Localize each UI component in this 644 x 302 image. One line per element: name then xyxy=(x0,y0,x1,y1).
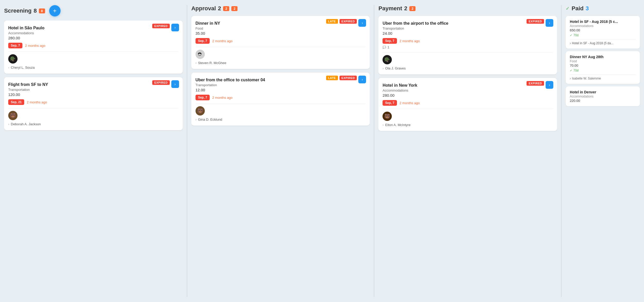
payment-count: 2 xyxy=(404,5,407,12)
card-2-arrow-button[interactable]: › xyxy=(171,80,179,88)
card-2-date-row: Sep, 21 2 months ago xyxy=(8,99,179,105)
screening-title: Screening xyxy=(4,7,31,14)
card-3-arrow-button[interactable]: › xyxy=(358,19,366,27)
expired-tag-2: EXPIRED xyxy=(152,80,170,85)
card-6-person: › Elton A. McIntyre xyxy=(383,123,553,127)
card-4-date-row: Sep, 7 2 months ago xyxy=(196,95,366,100)
card-3-amount: 35.00 xyxy=(196,31,366,35)
paid-item-3-title: Hotel in Denver xyxy=(570,90,636,94)
card-6-amount: 280.00 xyxy=(383,93,553,97)
expired-tag-4: EXPIRED xyxy=(340,76,357,80)
paid-item-2-days-value: 70d xyxy=(573,69,579,72)
card-1-person-name: Cheryl L. Souza xyxy=(11,66,35,69)
paid-item-2-divider xyxy=(570,74,636,75)
card-4-category: Transportation xyxy=(196,83,366,87)
card-1-amount: 280.00 xyxy=(8,36,179,40)
card-6-person-name: Elton A. McIntyre xyxy=(385,123,410,127)
card-2-divider xyxy=(8,108,179,108)
card-4-badges: LATE EXPIRED xyxy=(326,76,357,80)
card-flight-sf-ny: EXPIRED › Flight from SF to NY Transport… xyxy=(4,77,183,130)
expired-tag: EXPIRED xyxy=(152,24,170,28)
approval-badge-2: 2 xyxy=(231,6,238,11)
card-3-category: Food xyxy=(196,26,366,30)
card-6-category: Accommodations xyxy=(383,88,553,92)
card-6-date-row: Sep, 7 2 months ago xyxy=(383,100,553,106)
column-payment-header: Payment 2 2 xyxy=(378,5,557,12)
paid-item-1-days-value: 70d xyxy=(573,33,579,37)
paid-item-1-more: › Hotel in SF - Aug 2018 (5 da... xyxy=(570,41,636,45)
late-tag-1: LATE xyxy=(326,19,338,24)
card-4-time-ago: 2 months ago xyxy=(212,96,233,100)
card-3-divider xyxy=(196,47,366,47)
paid-title: Paid xyxy=(572,5,583,12)
card-3-badges: LATE EXPIRED xyxy=(326,19,357,24)
card-2-badges: EXPIRED xyxy=(152,80,170,85)
card-5-comments: 1 xyxy=(383,45,553,49)
card-3-time-ago: 2 months ago xyxy=(212,39,233,43)
card-1-badges: EXPIRED xyxy=(152,24,170,28)
paid-item-2-days: ✓ 70d xyxy=(570,69,636,72)
paid-item-1-divider xyxy=(570,39,636,39)
check-icon-days-1: ✓ xyxy=(570,33,572,37)
chevron-right-icon-1: › xyxy=(570,41,571,45)
column-screening-header: Screening 8 8 + xyxy=(4,5,183,16)
paid-count: 3 xyxy=(586,5,589,12)
kanban-board: Screening 8 8 + EXPIRED › Hotel in São P… xyxy=(0,0,644,302)
card-6-divider xyxy=(383,109,553,109)
paid-item-dinner-ny: Dinner NY Aug 28th Food 70.00 ✓ 70d › Is… xyxy=(566,51,640,84)
card-2-category: Transportation xyxy=(8,88,179,92)
screening-badge-1: 8 xyxy=(39,8,45,13)
card-hotel-ny: EXPIRED › Hotel in New York Accommodatio… xyxy=(378,78,557,131)
approval-cards: LATE EXPIRED › Dinner in NY Food 35.00 S… xyxy=(191,16,370,297)
expired-tag-3: EXPIRED xyxy=(340,19,357,24)
approval-count: 2 xyxy=(218,5,221,12)
card-4-amount: 12.00 xyxy=(196,88,366,92)
card-4-divider xyxy=(196,103,366,104)
card-5-badges: EXPIRED xyxy=(527,19,544,24)
payment-title: Payment xyxy=(378,5,402,12)
card-4-arrow-button[interactable]: › xyxy=(358,76,366,83)
paid-item-2-person: › Isabelle W. Salemme xyxy=(570,77,636,80)
column-screening: Screening 8 8 + EXPIRED › Hotel in São P… xyxy=(0,5,187,297)
card-5-avatar: 🪖 xyxy=(383,55,392,64)
paid-item-1-amount: 650.00 xyxy=(570,28,636,32)
card-5-amount: 24.00 xyxy=(383,31,553,35)
card-3-person: › Steven R. McGhee xyxy=(196,61,366,65)
paid-item-2-category: Food xyxy=(570,59,636,63)
card-1-category: Accommodations xyxy=(8,31,179,35)
column-paid: ✓ Paid 3 Hotel in SF - Aug 2018 (5 c... … xyxy=(562,5,644,297)
screening-count: 8 xyxy=(33,7,37,14)
card-3-person-name: Steven R. McGhee xyxy=(198,61,226,65)
card-5-date: Sep, 7 xyxy=(383,38,397,44)
card-5-time-ago: 2 months ago xyxy=(400,39,420,43)
card-1-person: › Cheryl L. Souza xyxy=(8,66,179,69)
card-5-comment-count: 1 xyxy=(387,45,389,49)
approval-title: Approval xyxy=(191,5,216,12)
card-1-arrow-button[interactable]: › xyxy=(171,24,179,31)
card-1-chevron-icon: › xyxy=(8,66,9,69)
expired-tag-5: EXPIRED xyxy=(527,19,544,24)
card-5-person: › Ola J. Graves xyxy=(383,66,553,70)
card-4-person-name: Gina D. Ecklund xyxy=(198,118,222,121)
column-payment: Payment 2 2 EXPIRED › Uber from the airp… xyxy=(374,5,562,297)
card-5-person-name: Ola J. Graves xyxy=(385,66,405,70)
card-6-arrow-button[interactable]: › xyxy=(546,81,553,89)
card-5-arrow-button[interactable]: › xyxy=(546,19,553,27)
column-paid-header: ✓ Paid 3 xyxy=(566,5,640,12)
card-dinner-ny: LATE EXPIRED › Dinner in NY Food 35.00 S… xyxy=(191,16,370,69)
card-6-avatar: 🐻 xyxy=(383,112,392,121)
check-icon-days-2: ✓ xyxy=(570,69,572,72)
card-1-time-ago: 2 months ago xyxy=(25,44,45,48)
add-screening-button[interactable]: + xyxy=(49,5,61,16)
card-2-avatar: 🐻 xyxy=(8,111,18,120)
card-5-date-row: Sep, 7 2 months ago xyxy=(383,38,553,44)
payment-cards: EXPIRED › Uber from the airport to the o… xyxy=(378,16,557,297)
paid-item-2-amount: 70.00 xyxy=(570,64,636,67)
card-2-time-ago: 2 months ago xyxy=(27,100,47,104)
card-4-person: › Gina D. Ecklund xyxy=(196,118,366,121)
card-2-date: Sep, 21 xyxy=(8,99,24,105)
card-uber-office: LATE EXPIRED › Uber from the office to c… xyxy=(191,73,370,126)
card-6-badges: EXPIRED xyxy=(527,81,544,86)
card-3-chevron-icon: › xyxy=(196,61,197,65)
paid-item-hotel-denver: Hotel in Denver Accommodations 220.00 xyxy=(566,86,640,106)
